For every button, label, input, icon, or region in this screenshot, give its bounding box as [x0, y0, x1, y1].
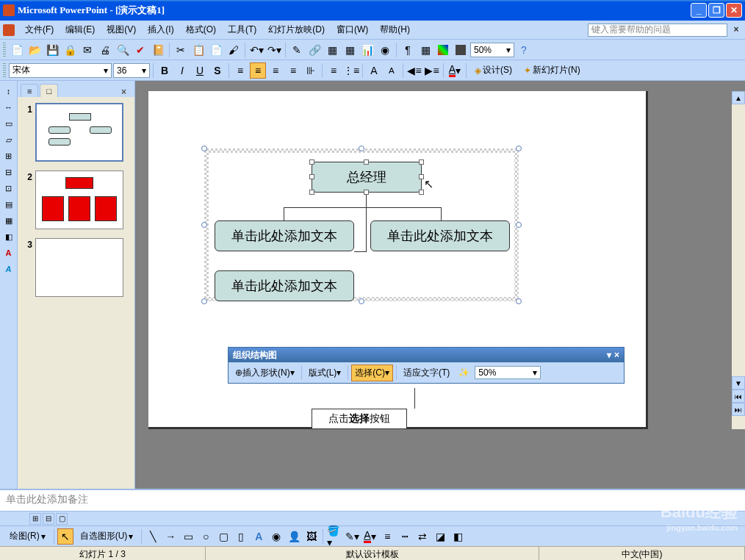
tool-icon[interactable]: ⊞ [1, 148, 16, 163]
menu-edit[interactable]: 编辑(E) [61, 22, 99, 37]
tool-icon[interactable]: ▱ [1, 132, 16, 147]
scroll-down-icon[interactable]: ▼ [732, 376, 745, 390]
line-icon[interactable]: ╲ [145, 528, 161, 545]
font-combo[interactable]: 宋体▾ [9, 63, 112, 78]
align-center-icon[interactable]: ≡ [250, 62, 266, 79]
tool-icon[interactable]: ◧ [1, 229, 16, 244]
slideshow-view-icon[interactable]: ▢ [56, 513, 68, 525]
spellcheck-icon[interactable]: ✔ [132, 42, 148, 58]
toolbar-close-icon[interactable]: × [614, 350, 619, 360]
help-icon[interactable]: ? [516, 42, 532, 58]
3d-style-icon[interactable]: ◧ [450, 528, 466, 545]
toolbar-grip[interactable] [3, 63, 6, 78]
distributed-icon[interactable]: ⊪ [303, 62, 319, 79]
align-justify-icon[interactable]: ≡ [285, 62, 301, 79]
toolbar-options-icon[interactable]: ▾ [607, 350, 611, 360]
slide-thumbnail[interactable]: 1 [21, 103, 132, 162]
menu-tools[interactable]: 工具(T) [223, 22, 261, 37]
increase-font-icon[interactable]: A [366, 62, 382, 79]
grayscale-icon[interactable] [453, 42, 469, 58]
tool-icon[interactable]: ▦ [1, 213, 16, 228]
diagram-icon[interactable]: ◉ [377, 42, 393, 58]
rectangle-icon[interactable]: ▭ [180, 528, 196, 545]
font-size-combo[interactable]: 36▾ [113, 63, 150, 78]
org-chart-top-box[interactable]: ↖ 总经理 [312, 162, 422, 193]
new-slide-button[interactable]: ✦新幻灯片(N) [519, 62, 586, 79]
org-chart-toolbar-title[interactable]: 组织结构图 ▾× [228, 348, 624, 362]
close-panel-icon[interactable]: × [121, 87, 132, 97]
decrease-font-icon[interactable]: A [384, 62, 400, 79]
picture-icon[interactable]: 🖼 [303, 528, 320, 545]
diagram-zoom-combo[interactable]: 50%▾ [475, 366, 541, 379]
line-style-icon[interactable]: ≡ [379, 528, 395, 545]
menu-insert[interactable]: 插入(I) [143, 22, 178, 37]
layout-button[interactable]: 版式(L) ▾ [305, 365, 345, 381]
slide-canvas[interactable]: ↖ 总经理 单击此处添加文本 单击此处添加文本 单击此处添加文本 组织结构图 ▾… [135, 81, 745, 489]
menu-window[interactable]: 窗口(W) [332, 22, 372, 37]
save-icon[interactable]: 💾 [44, 42, 60, 58]
close-document-button[interactable]: × [730, 24, 742, 36]
menu-help[interactable]: 帮助(H) [375, 22, 414, 37]
arrow-icon[interactable]: → [162, 528, 179, 545]
bold-icon[interactable]: B [156, 62, 173, 79]
copy-icon[interactable]: 📋 [190, 42, 206, 58]
notes-pane[interactable]: 单击此处添加备注 [0, 489, 745, 511]
align-right-icon[interactable]: ≡ [267, 62, 284, 79]
dash-style-icon[interactable]: ┅ [397, 528, 413, 545]
line-color-icon[interactable]: ✎▾ [344, 528, 360, 545]
vtextbox-icon[interactable]: ▯ [233, 528, 249, 545]
scroll-up-icon[interactable]: ▲ [732, 91, 745, 104]
wordart-icon[interactable]: A [251, 528, 267, 545]
print-icon[interactable]: 🖨 [97, 42, 113, 58]
arrow-style-icon[interactable]: ⇄ [414, 528, 431, 545]
toolbar-grip[interactable] [3, 43, 6, 57]
chart-icon[interactable]: 📊 [359, 42, 375, 58]
slides-tab[interactable]: □ [40, 84, 58, 97]
select-button[interactable]: 选择(C) ▾ [351, 365, 393, 381]
ink-icon[interactable]: ✎ [289, 42, 305, 58]
color-icon[interactable] [435, 42, 451, 58]
vertical-scrollbar[interactable]: ▲ ▼ ⏮ ⏭ [732, 91, 745, 429]
format-painter-icon[interactable]: 🖌 [226, 42, 242, 58]
select-arrow-icon[interactable]: ↖ [57, 528, 73, 545]
sorter-view-icon[interactable]: ⊟ [43, 513, 54, 525]
menu-file[interactable]: 文件(F) [21, 22, 58, 37]
font-color-icon[interactable]: A▾ [447, 62, 463, 79]
shadow-style-icon[interactable]: ◪ [432, 528, 448, 545]
open-icon[interactable]: 📂 [26, 42, 43, 58]
textbox-icon[interactable]: ▢ [215, 528, 231, 545]
table-icon[interactable]: ▦ [324, 42, 340, 58]
diagram-frame[interactable]: ↖ 总经理 单击此处添加文本 单击此处添加文本 单击此处添加文本 [200, 144, 523, 306]
redo-icon[interactable]: ↷▾ [266, 42, 282, 58]
draw-menu[interactable]: 绘图(R) ▾ [4, 528, 51, 545]
increase-indent-icon[interactable]: ▶≡ [424, 62, 440, 79]
italic-icon[interactable]: I [174, 62, 190, 79]
diagram-icon[interactable]: ◉ [268, 528, 284, 545]
prev-slide-icon[interactable]: ⏮ [732, 390, 745, 403]
tool-icon[interactable]: ⊟ [1, 165, 16, 179]
tool-icon[interactable]: ▭ [1, 116, 16, 131]
email-icon[interactable]: ✉ [79, 42, 96, 58]
normal-view-icon[interactable]: ⊞ [29, 513, 41, 525]
permission-icon[interactable]: 🔒 [62, 42, 78, 58]
autoformat-icon[interactable]: ✨ [455, 365, 473, 380]
underline-icon[interactable]: U [192, 62, 208, 79]
menu-format[interactable]: 格式(O) [181, 22, 220, 37]
show-hide-icon[interactable]: ¶ [400, 42, 416, 58]
menu-slideshow[interactable]: 幻灯片放映(D) [264, 22, 329, 37]
research-icon[interactable]: 📔 [150, 42, 166, 58]
slide-thumbnail[interactable]: 2 [21, 170, 132, 229]
border-icon[interactable]: ▦ [342, 42, 358, 58]
org-chart-box[interactable]: 单击此处添加文本 [370, 220, 510, 251]
close-button[interactable]: ✕ [726, 3, 742, 18]
org-chart-box[interactable]: 单击此处添加文本 [215, 220, 354, 251]
insert-shape-button[interactable]: ⊕ 插入形状(N) ▾ [231, 365, 298, 381]
fit-text-button[interactable]: 适应文字(T) [400, 365, 453, 381]
bullets-icon[interactable]: ⋮≡ [343, 62, 359, 79]
fill-color-icon[interactable]: 🪣▾ [326, 528, 342, 545]
tool-icon[interactable]: A [1, 245, 16, 260]
arrow-icon[interactable]: ↕ [1, 84, 16, 98]
decrease-indent-icon[interactable]: ◀≡ [406, 62, 422, 79]
hyperlink-icon[interactable]: 🔗 [306, 42, 323, 58]
tool-icon[interactable]: ⊡ [1, 181, 16, 195]
